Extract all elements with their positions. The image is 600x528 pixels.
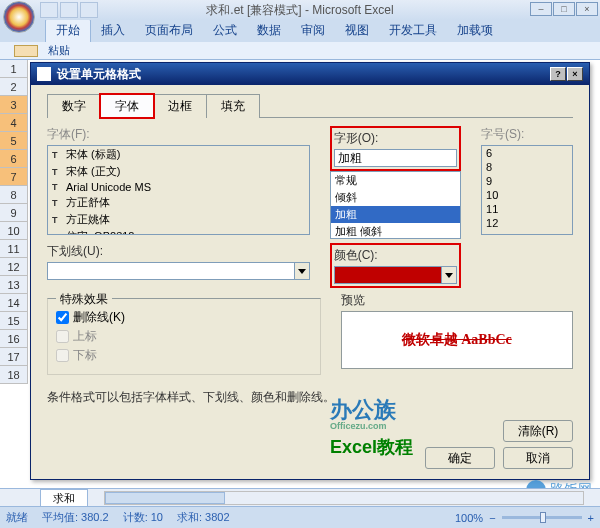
qat-redo-icon[interactable] — [80, 2, 98, 18]
row-header[interactable]: 12 — [0, 258, 28, 276]
dialog-close-button[interactable]: × — [567, 67, 583, 81]
chevron-down-icon[interactable] — [294, 262, 310, 280]
qat-undo-icon[interactable] — [60, 2, 78, 18]
color-label: 颜色(C): — [334, 247, 457, 264]
zoom-in-button[interactable]: + — [588, 512, 594, 524]
underline-combo[interactable] — [47, 262, 310, 280]
strikethrough-checkbox[interactable]: 删除线(K) — [56, 309, 312, 326]
minimize-button[interactable]: – — [530, 2, 552, 16]
ribbon-tabs: 开始 插入 页面布局 公式 数据 审阅 视图 开发工具 加载项 — [0, 20, 600, 42]
paste-label: 粘贴 — [48, 43, 70, 58]
dialog-tabs: 数字 字体 边框 填充 — [47, 93, 573, 118]
color-combo[interactable] — [334, 266, 457, 284]
format-cells-dialog: 设置单元格格式 ? × 数字 字体 边框 填充 字体(F): T宋体 (标题) … — [30, 62, 590, 480]
office-button[interactable] — [3, 1, 35, 33]
style-input[interactable] — [334, 149, 457, 167]
window-title: 求和.et [兼容模式] - Microsoft Excel — [206, 2, 393, 19]
list-item[interactable]: 加粗 倾斜 — [331, 223, 460, 239]
tab-border[interactable]: 边框 — [153, 94, 207, 118]
note-text: 条件格式可以包括字体样式、下划线、颜色和删除线。 — [47, 389, 573, 406]
zoom-value[interactable]: 100% — [455, 512, 483, 524]
ribbon-tab-home[interactable]: 开始 — [45, 18, 91, 42]
style-label: 字形(O): — [334, 130, 457, 147]
row-header[interactable]: 5 — [0, 132, 28, 150]
row-header[interactable]: 13 — [0, 276, 28, 294]
dialog-help-button[interactable]: ? — [550, 67, 566, 81]
ok-button[interactable]: 确定 — [425, 447, 495, 469]
paste-icon[interactable] — [14, 45, 38, 57]
sheet-tab[interactable]: 求和 — [40, 489, 88, 507]
status-sum: 求和: 3802 — [177, 510, 230, 525]
tab-fill[interactable]: 填充 — [206, 94, 260, 118]
row-header[interactable]: 9 — [0, 204, 28, 222]
qat-save-icon[interactable] — [40, 2, 58, 18]
row-header[interactable]: 11 — [0, 240, 28, 258]
tab-font[interactable]: 字体 — [100, 94, 154, 118]
status-bar: 就绪 平均值: 380.2 计数: 10 求和: 3802 100% − + — [0, 506, 600, 528]
font-listbox: T宋体 (标题) T宋体 (正文) TArial Unicode MS T方正舒… — [47, 145, 310, 235]
close-button[interactable]: × — [576, 2, 598, 16]
ribbon-tab-view[interactable]: 视图 — [335, 19, 379, 42]
effects-label: 特殊效果 — [56, 291, 112, 308]
cancel-button[interactable]: 取消 — [503, 447, 573, 469]
row-header[interactable]: 15 — [0, 312, 28, 330]
effects-group: 特殊效果 删除线(K) 上标 下标 — [47, 298, 321, 375]
status-avg: 平均值: 380.2 — [42, 510, 109, 525]
ribbon-tab-review[interactable]: 审阅 — [291, 19, 335, 42]
quick-access-toolbar — [40, 2, 98, 18]
dialog-title: 设置单元格格式 — [57, 66, 141, 83]
row-header[interactable]: 7 — [0, 168, 28, 186]
preview-box: 微软卓越 AaBbCc — [341, 311, 573, 369]
maximize-button[interactable]: □ — [553, 2, 575, 16]
status-mode: 就绪 — [6, 510, 28, 525]
preview-text: 微软卓越 AaBbCc — [402, 331, 512, 349]
chevron-down-icon[interactable] — [441, 266, 457, 284]
row-header[interactable]: 17 — [0, 348, 28, 366]
ribbon-tab-layout[interactable]: 页面布局 — [135, 19, 203, 42]
clear-button[interactable]: 清除(R) — [503, 420, 573, 442]
dialog-titlebar[interactable]: 设置单元格格式 ? × — [31, 63, 589, 85]
row-header[interactable]: 18 — [0, 366, 28, 384]
ribbon-body: 粘贴 — [0, 42, 600, 60]
row-header[interactable]: 8 — [0, 186, 28, 204]
window-titlebar: 求和.et [兼容模式] - Microsoft Excel – □ × — [0, 0, 600, 20]
tab-number[interactable]: 数字 — [47, 94, 101, 118]
preview-label: 预览 — [341, 292, 573, 309]
ribbon-tab-insert[interactable]: 插入 — [91, 19, 135, 42]
superscript-checkbox: 上标 — [56, 328, 312, 345]
row-header[interactable]: 6 — [0, 150, 28, 168]
row-header[interactable]: 2 — [0, 78, 28, 96]
sheet-tab-bar: 求和 — [0, 488, 600, 506]
list-item[interactable]: 倾斜 — [331, 189, 460, 206]
color-swatch — [334, 266, 441, 284]
size-listbox: 6 8 9 10 11 12 — [481, 145, 573, 235]
dialog-icon — [37, 67, 51, 81]
font-label: 字体(F): — [47, 126, 310, 143]
ribbon-tab-addin[interactable]: 加载项 — [447, 19, 503, 42]
row-header[interactable]: 4 — [0, 114, 28, 132]
style-listbox[interactable]: 常规 倾斜 加粗 加粗 倾斜 — [330, 171, 461, 239]
ribbon-tab-formula[interactable]: 公式 — [203, 19, 247, 42]
zoom-slider[interactable] — [502, 516, 582, 519]
row-header[interactable]: 3 — [0, 96, 28, 114]
horizontal-scrollbar[interactable] — [104, 491, 584, 505]
list-item[interactable]: 加粗 — [331, 206, 460, 223]
row-header[interactable]: 14 — [0, 294, 28, 312]
zoom-out-button[interactable]: − — [489, 512, 495, 524]
subscript-checkbox: 下标 — [56, 347, 312, 364]
row-header[interactable]: 10 — [0, 222, 28, 240]
size-label: 字号(S): — [481, 126, 573, 143]
row-header[interactable]: 16 — [0, 330, 28, 348]
status-count: 计数: 10 — [123, 510, 163, 525]
underline-input[interactable] — [47, 262, 294, 280]
ribbon-tab-dev[interactable]: 开发工具 — [379, 19, 447, 42]
underline-label: 下划线(U): — [47, 243, 310, 260]
list-item[interactable]: 常规 — [331, 172, 460, 189]
ribbon-tab-data[interactable]: 数据 — [247, 19, 291, 42]
row-header[interactable]: 1 — [0, 60, 28, 78]
